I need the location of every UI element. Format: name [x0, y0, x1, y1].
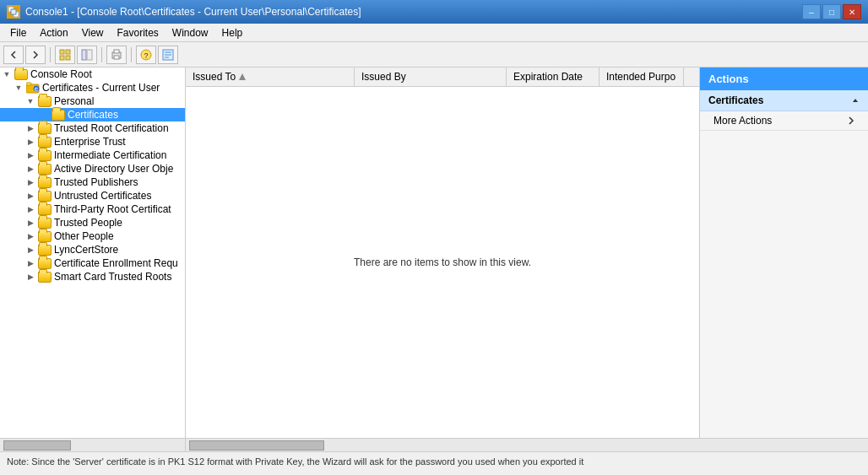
col-header-expiration[interactable]: Expiration Date: [507, 67, 599, 86]
tree-node-trusted-root[interactable]: ▶ Trusted Root Certification: [0, 121, 185, 135]
minimize-button[interactable]: –: [802, 4, 821, 19]
expand-console-root[interactable]: ▼: [2, 69, 12, 79]
svg-rect-6: [66, 56, 70, 60]
left-panel: ▼ Console Root ▼ C Certificates -: [0, 67, 186, 438]
print-button[interactable]: [106, 46, 127, 64]
tree-node-lync[interactable]: ▶ LyncCertStore: [0, 243, 185, 256]
folder-icon-trusted-root: [38, 122, 52, 134]
actions-header-label: Actions: [708, 73, 749, 85]
help-button[interactable]: ?: [136, 46, 156, 64]
tree-label-third-party: Third-Party Root Certificat: [54, 203, 171, 215]
actions-item-more-actions-label: More Actions: [713, 115, 772, 127]
tree-node-certs-current-user[interactable]: ▼ C Certificates - Current User: [0, 81, 185, 94]
folder-icon-certs: C: [26, 82, 40, 94]
tree-node-certificates-leaf[interactable]: ▶ Certificates: [0, 108, 185, 121]
tree-label-untrusted: Untrusted Certificates: [54, 190, 151, 202]
close-button[interactable]: ✕: [843, 4, 861, 19]
folder-icon-ad-user: [38, 163, 52, 175]
content-body-empty: There are no items to show in this view.: [186, 87, 699, 438]
tree-node-trusted-people[interactable]: ▶ Trusted People: [0, 216, 185, 229]
tree-node-console-root[interactable]: ▼ Console Root: [0, 67, 185, 81]
svg-rect-10: [114, 50, 119, 53]
title-text: Console1 - [Console Root\Certificates - …: [25, 6, 361, 18]
left-scroll-thumb[interactable]: [3, 440, 71, 451]
back-button[interactable]: [3, 46, 24, 64]
tree-node-untrusted[interactable]: ▶ Untrusted Certificates: [0, 189, 185, 202]
svg-rect-5: [60, 56, 64, 60]
tree-node-trusted-publishers[interactable]: ▶ Trusted Publishers: [0, 175, 185, 189]
folder-icon-cert-enrollment: [38, 257, 52, 269]
expand-enterprise-trust[interactable]: ▶: [25, 137, 35, 147]
content-scroll-thumb[interactable]: [189, 440, 324, 451]
folder-icon-certificates-leaf: [52, 109, 65, 121]
expand-personal[interactable]: ▼: [25, 96, 35, 106]
col-header-issued-to[interactable]: Issued To: [186, 67, 355, 86]
svg-rect-2: [11, 9, 16, 14]
expand-trusted-root[interactable]: ▶: [25, 123, 35, 133]
expand-other-people[interactable]: ▶: [25, 231, 35, 241]
tree-label-cert-enrollment: Certificate Enrollment Requ: [54, 257, 178, 269]
expand-untrusted[interactable]: ▶: [25, 191, 35, 201]
tree-node-enterprise-trust[interactable]: ▶ Enterprise Trust: [0, 135, 185, 148]
col-header-purpose-label: Intended Purpo: [606, 71, 675, 83]
expand-ad-user[interactable]: ▶: [25, 164, 35, 174]
menu-window[interactable]: Window: [165, 25, 215, 40]
properties-button[interactable]: [158, 46, 178, 64]
expand-intermediate[interactable]: ▶: [25, 150, 35, 160]
left-panel-scrollbar[interactable]: [0, 439, 186, 451]
expand-trusted-publishers[interactable]: ▶: [25, 177, 35, 187]
toolbar-separator-3: [131, 47, 132, 62]
tree-node-third-party[interactable]: ▶ Third-Party Root Certificat: [0, 202, 185, 216]
menu-favorites[interactable]: Favorites: [111, 25, 165, 40]
content-panel: Issued To Issued By Expiration Date Inte…: [186, 67, 699, 438]
tree-label-trusted-root: Trusted Root Certification: [54, 122, 169, 134]
actions-header: Actions: [700, 67, 868, 90]
status-message: Note: Since the 'Server' certificate is …: [7, 456, 583, 467]
expand-lync[interactable]: ▶: [25, 245, 35, 255]
menu-action[interactable]: Action: [33, 25, 74, 40]
maximize-button[interactable]: □: [822, 4, 841, 19]
show-hide-button[interactable]: [77, 46, 97, 64]
tree-node-smart-card[interactable]: ▶ Smart Card Trusted Roots: [0, 270, 185, 283]
up-button[interactable]: [55, 46, 75, 64]
folder-icon-third-party: [38, 203, 52, 215]
expand-smart-card[interactable]: ▶: [25, 272, 35, 282]
collapse-icon: [851, 96, 860, 105]
svg-text:C: C: [35, 87, 39, 92]
menu-view[interactable]: View: [75, 25, 111, 40]
tree-node-intermediate[interactable]: ▶ Intermediate Certification: [0, 148, 185, 162]
tree-node-other-people[interactable]: ▶ Other People: [0, 229, 185, 243]
tree-node-cert-enrollment[interactable]: ▶ Certificate Enrollment Requ: [0, 256, 185, 270]
svg-rect-4: [66, 50, 70, 54]
bottom-scrollbar-row: [0, 438, 868, 451]
tree-node-ad-user[interactable]: ▶ Active Directory User Obje: [0, 162, 185, 175]
col-header-purpose[interactable]: Intended Purpo: [599, 67, 684, 86]
main-container: ▼ Console Root ▼ C Certificates -: [0, 67, 868, 438]
actions-section-certificates[interactable]: Certificates: [700, 90, 868, 111]
expand-third-party[interactable]: ▶: [25, 204, 35, 214]
app-icon: [7, 5, 20, 19]
menu-help[interactable]: Help: [215, 25, 250, 40]
tree-node-personal[interactable]: ▼ Personal: [0, 94, 185, 108]
folder-icon-trusted-people: [38, 217, 52, 229]
expand-certs-current-user[interactable]: ▼: [14, 83, 24, 93]
expand-cert-enrollment[interactable]: ▶: [25, 258, 35, 268]
tree-label-console-root: Console Root: [30, 68, 92, 80]
tree-label-enterprise-trust: Enterprise Trust: [54, 136, 126, 148]
forward-button[interactable]: [25, 46, 46, 64]
tree-label-ad-user: Active Directory User Obje: [54, 163, 173, 175]
svg-rect-11: [114, 56, 119, 59]
content-scrollbar[interactable]: [186, 439, 868, 451]
content-header: Issued To Issued By Expiration Date Inte…: [186, 67, 699, 87]
actions-item-more-actions[interactable]: More Actions: [700, 111, 868, 131]
window-controls: – □ ✕: [802, 4, 861, 19]
toolbar: ?: [0, 42, 868, 67]
col-header-issued-by[interactable]: Issued By: [355, 67, 507, 86]
folder-icon-other-people: [38, 230, 52, 242]
folder-icon-smart-card: [38, 271, 52, 283]
tree-label-personal: Personal: [54, 95, 94, 107]
menu-file[interactable]: File: [3, 25, 33, 40]
expand-trusted-people[interactable]: ▶: [25, 218, 35, 228]
sort-icon-issued-to: [239, 73, 246, 80]
title-bar: Console1 - [Console Root\Certificates - …: [0, 0, 868, 24]
